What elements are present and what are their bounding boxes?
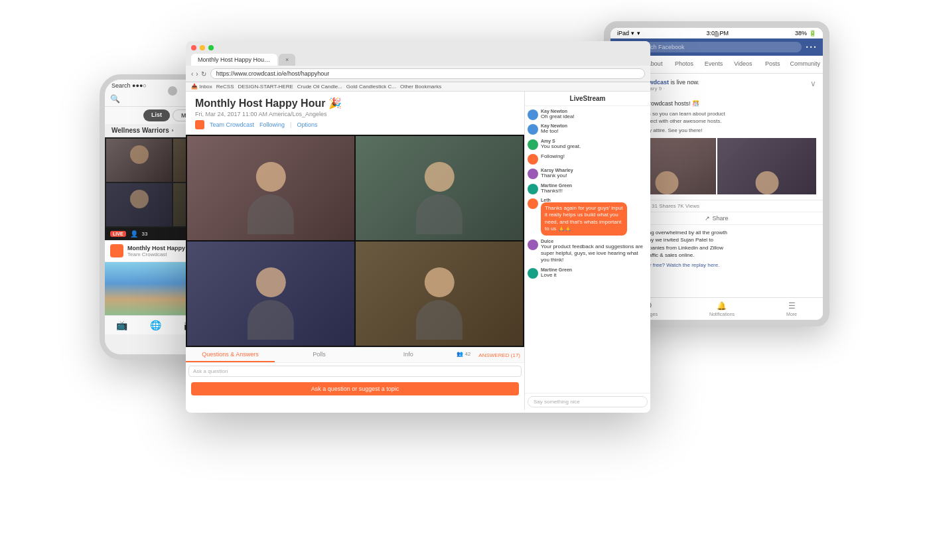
browser-sidebar: LiveStream Kay Newton Oh great idea! Kay… [524, 92, 650, 410]
chat-content-2: Kay Newton Me too! [541, 123, 567, 135]
fb-more-icon[interactable]: ··· [806, 42, 818, 52]
wifi-icon: ▾ [637, 30, 640, 36]
info-tab[interactable]: Info [364, 348, 453, 362]
bookmark-design[interactable]: DESIGN-START-HERE [238, 84, 293, 90]
chat-content-5: Karsy Wharley Thank you! [541, 168, 573, 179]
team-link[interactable]: Team Crowdcast [210, 121, 254, 128]
chat-msg-8: Martine Green Love it [528, 267, 648, 279]
video-cell-4 [356, 242, 523, 346]
options-link[interactable]: Options [297, 121, 317, 128]
main-scene: Search ●●●○ 1:01 PM 🔍 List Map Wellness … [100, 21, 829, 539]
chat-input-area: Say something nice [525, 393, 650, 410]
qa-input-area: Ask a question [186, 362, 524, 380]
chat-msg-4: Following! [528, 153, 648, 165]
head-3 [255, 267, 285, 297]
fb-nav-more[interactable]: ☰ More [786, 301, 797, 316]
chat-avatar-8 [528, 268, 538, 279]
person-2 [381, 152, 498, 240]
answered-count: ANSWERED (17) [474, 349, 524, 362]
bookmark-other[interactable]: Other Bookmarks [400, 84, 441, 90]
team-icon [195, 120, 204, 129]
body-4 [416, 300, 463, 340]
head-4 [424, 267, 454, 297]
chat-content-4: Following! [541, 153, 565, 165]
ask-question-button[interactable]: Ask a question or suggest a topic [191, 382, 519, 395]
bookmarks-bar: 📥 Inbox ReCSS DESIGN-START-HERE Crude Oi… [186, 82, 650, 92]
browser-chrome: Monthly Host Happy Hour ... × [186, 41, 650, 66]
fb-tab-videos[interactable]: Videos [729, 56, 758, 73]
phone-nav-globe-icon[interactable]: 🌐 [150, 320, 161, 330]
browser-video-area [186, 135, 524, 347]
inactive-tab[interactable]: × [279, 54, 295, 66]
battery-level: 38% [795, 30, 807, 36]
body-2 [416, 194, 463, 234]
fb-post-meta-1: Crowdcast is live now. January 9 · [638, 79, 806, 92]
chat-avatar-1 [528, 109, 538, 120]
maximize-dot[interactable] [208, 45, 214, 50]
video-cell-1 [187, 136, 354, 240]
live-badge: LIVE [110, 231, 126, 237]
polls-tab[interactable]: Polls [275, 348, 364, 362]
fb-tab-events[interactable]: Events [699, 56, 728, 73]
chat-avatar-5 [528, 169, 538, 179]
chat-content-3: Amy S You sound great. [541, 139, 581, 150]
attendee-count: 👥 42 [453, 348, 474, 362]
chat-avatar-3 [528, 139, 538, 150]
tablet-status-bar: iPad ▾ ▾ 3:02 PM 38% 🔋 [610, 28, 823, 38]
host-content: Leth Thanks again for your guys' input i… [541, 198, 627, 236]
tablet-model: iPad ▾ [617, 30, 634, 36]
post-author: Crowdcast is live now. [638, 79, 806, 86]
forward-icon[interactable]: › [196, 70, 198, 78]
bookmark-gold[interactable]: Gold Candlestick C... [346, 84, 396, 90]
browser-tabs: Monthly Host Happy Hour ... × [191, 54, 645, 66]
battery-icon: 🔋 [809, 30, 816, 36]
host-avatar [528, 198, 538, 209]
fb-nav-notifications[interactable]: 🔔 Notifications [709, 301, 735, 316]
browser-event-meta: Team Crowdcast Following | Options [195, 120, 515, 129]
browser-content: Monthly Host Happy Hour 🎉 Fri, Mar 24, 2… [186, 92, 650, 410]
close-dot[interactable] [191, 45, 196, 50]
phone-video-cell-3 [106, 183, 172, 226]
chat-avatar-2 [528, 124, 538, 135]
tablet-status-left: iPad ▾ ▾ [617, 30, 640, 36]
post-chevron-icon[interactable]: ∨ [810, 79, 816, 88]
fb-tab-posts[interactable]: Posts [758, 56, 787, 73]
live-count: 33 [142, 231, 148, 237]
chat-input[interactable]: Say something nice [528, 396, 648, 407]
phone-nav-tv-icon[interactable]: 📺 [116, 320, 127, 330]
browser-dots [191, 45, 645, 50]
head-1 [255, 162, 285, 192]
tab-list[interactable]: List [143, 109, 170, 121]
person-4 [381, 257, 498, 346]
bookmark-inbox[interactable]: 📥 Inbox [191, 84, 212, 90]
minimize-dot[interactable] [200, 45, 205, 50]
bookmark-crude[interactable]: Crude Oil Candle... [297, 84, 342, 90]
chat-content-6: Martine Green Thanks!!! [541, 183, 572, 194]
share-icon: ↗ [705, 215, 710, 222]
chat-content-1: Kay Newton Oh great idea! [541, 109, 575, 120]
browser-event-header: Monthly Host Happy Hour 🎉 Fri, Mar 24, 2… [186, 92, 524, 135]
chat-msg-2: Kay Newton Me too! [528, 123, 648, 135]
tablet-status-right: 38% 🔋 [795, 30, 816, 36]
browser-address-bar: ‹ › ↻ https://www.crowdcast.io/e/host/ha… [186, 66, 650, 82]
chat-content-8: Martine Green Love it [541, 267, 572, 279]
host-bubble: Thanks again for your guys' input it rea… [541, 202, 627, 236]
qa-input-field[interactable]: Ask a question [188, 366, 522, 377]
fb-head-2 [755, 171, 778, 194]
qa-tab[interactable]: Questions & Answers [186, 348, 275, 362]
active-tab[interactable]: Monthly Host Happy Hour ... [191, 54, 277, 66]
chat-messages: Kay Newton Oh great idea! Kay Newton Me … [525, 106, 650, 393]
browser-event-date: Fri, Mar 24, 2017 11:00 AM America/Los_A… [195, 111, 515, 117]
notifications-icon: 🔔 [717, 301, 727, 311]
bookmark-recss[interactable]: ReCSS [216, 84, 234, 90]
refresh-icon[interactable]: ↻ [201, 70, 206, 78]
fb-face-1 [655, 158, 678, 194]
fb-tab-community[interactable]: Community [788, 56, 823, 73]
following-link[interactable]: Following [259, 121, 285, 128]
body-1 [248, 194, 294, 234]
back-icon[interactable]: ‹ [191, 70, 193, 78]
browser-url-bar[interactable]: https://www.crowdcast.io/e/host/happyhou… [210, 68, 645, 79]
share-action[interactable]: ↗ Share [705, 215, 728, 222]
fb-tab-photos[interactable]: Photos [670, 56, 699, 73]
person-1 [212, 152, 329, 240]
